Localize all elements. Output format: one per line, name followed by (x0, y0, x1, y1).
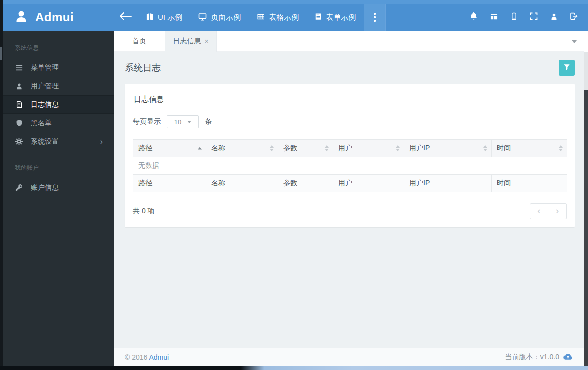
window-left-edge (0, 0, 3, 370)
window-left-scroll-thumb (0, 48, 2, 60)
column-header-name[interactable]: 名称 (206, 140, 278, 158)
form-icon (315, 13, 322, 22)
page-size-prefix: 每页显示 (133, 118, 161, 126)
nav-item-label: UI 示例 (158, 13, 182, 22)
window-right-edge (584, 31, 588, 370)
vertical-dots-icon (374, 12, 376, 23)
page-size-select[interactable]: 10 (167, 116, 199, 128)
fullscreen-button[interactable] (524, 4, 544, 31)
page-footer: © 2016 Admui 当前版本：v1.0.0 (114, 348, 584, 366)
footer-column-user: 用户 (334, 175, 404, 192)
pagination: ‹ › (530, 204, 567, 220)
funnel-icon (564, 64, 570, 72)
column-header-path[interactable]: 路径 (134, 140, 206, 158)
footer-column-time: 时间 (492, 175, 568, 192)
table-footer-row: 路径 名称 参数 用户 用户IP 时间 (134, 175, 568, 192)
sort-icon (325, 146, 329, 152)
close-icon[interactable]: × (204, 38, 208, 45)
page-header: 系统日志 (125, 52, 575, 84)
brand[interactable]: Admui (3, 4, 114, 31)
book-icon (146, 13, 154, 22)
page-size-row: 每页显示 10 条 (133, 116, 567, 128)
nav-item-table-examples[interactable]: 表格示例 (249, 4, 307, 31)
tab-home[interactable]: 首页 (114, 31, 166, 52)
sort-icon (484, 146, 488, 152)
window-bottom-edge (0, 366, 588, 370)
back-button[interactable] (114, 4, 138, 31)
version-text: 当前版本：v1.0.0 (506, 353, 560, 362)
sidebar-item-system-settings[interactable]: 系统设置 › (3, 132, 114, 151)
shield-icon (15, 120, 24, 127)
panel-title: 日志信息 (134, 95, 567, 104)
key-icon (15, 184, 24, 192)
table-bottom-bar: 共 0 项 ‹ › (133, 204, 567, 220)
column-header-user[interactable]: 用户 (334, 140, 404, 158)
sidebar-item-user-manage[interactable]: 用户管理 (3, 77, 114, 96)
sidebar-item-label: 菜单管理 (31, 64, 59, 72)
tab-label: 日志信息 (173, 37, 201, 46)
mobile-button[interactable] (504, 4, 524, 31)
sort-asc-icon (198, 148, 202, 150)
tab-log-info[interactable]: 日志信息 × (166, 31, 217, 52)
chevron-right-icon: › (100, 138, 103, 146)
main-menu: UI 示例 页面示例 表格示例 表单示例 (114, 4, 386, 31)
sort-icon (396, 146, 400, 152)
caret-down-icon (188, 121, 192, 126)
tab-label: 首页 (132, 37, 146, 46)
sidebar-item-blacklist[interactable]: 黑名单 (3, 114, 114, 132)
footer-column-name: 名称 (206, 175, 278, 192)
logout-button[interactable] (564, 4, 584, 31)
cloud-upload-icon[interactable] (564, 354, 573, 362)
sidebar-item-label: 账户信息 (31, 184, 59, 192)
chevron-right-icon: › (556, 206, 559, 216)
account-button[interactable] (544, 4, 564, 31)
sidebar-item-log-info[interactable]: 日志信息 (3, 96, 114, 114)
prev-page-button[interactable]: ‹ (530, 204, 548, 220)
version-info: 当前版本：v1.0.0 (506, 353, 573, 362)
user-icon (550, 13, 558, 22)
column-header-user-ip[interactable]: 用户IP (404, 140, 492, 158)
next-page-button[interactable]: › (548, 204, 567, 220)
footer-brand-link[interactable]: Admui (149, 354, 169, 362)
footer-column-user-ip: 用户IP (404, 175, 492, 192)
monitor-icon (198, 13, 207, 22)
layout-button[interactable] (484, 4, 504, 31)
page-title: 系统日志 (125, 62, 161, 74)
brand-name: Admui (36, 10, 74, 24)
gear-icon (15, 138, 24, 146)
column-header-params[interactable]: 参数 (278, 140, 334, 158)
app-window: Admui UI 示例 页面示例 (0, 0, 588, 370)
nav-item-page-examples[interactable]: 页面示例 (190, 4, 249, 31)
sidebar-item-menu-manage[interactable]: 菜单管理 (3, 58, 114, 77)
notifications-button[interactable] (464, 4, 484, 31)
total-count: 共 0 项 (133, 207, 155, 216)
main-area: 首页 日志信息 × 系统日志 日志信息 每页显示 (114, 31, 584, 370)
window-top-edge (3, 0, 588, 4)
empty-message: 无数据 (134, 158, 568, 175)
page-size-value: 10 (174, 118, 182, 126)
sort-icon (270, 146, 274, 152)
sidebar-item-label: 用户管理 (31, 82, 59, 91)
page-content: 系统日志 日志信息 每页显示 10 条 (114, 52, 584, 348)
nav-item-label: 表单示例 (326, 13, 356, 22)
tabs-dropdown-icon[interactable] (572, 40, 577, 46)
nav-item-label: 页面示例 (211, 13, 241, 22)
navbar-right-tools (464, 4, 588, 31)
fullscreen-icon (530, 12, 538, 22)
sidebar-item-label: 系统设置 (31, 138, 59, 146)
sidebar-section-account: 我的账户 (3, 151, 114, 178)
menu-bars-icon (15, 64, 24, 72)
nav-item-ui-examples[interactable]: UI 示例 (138, 4, 190, 31)
filter-button[interactable] (559, 60, 575, 76)
sidebar-section-system: 系统信息 (3, 31, 114, 58)
sort-icon (559, 146, 563, 152)
sidebar-item-account-info[interactable]: 账户信息 (3, 178, 114, 197)
more-menu-button[interactable] (364, 4, 386, 31)
arrow-left-icon (120, 12, 132, 22)
nav-item-form-examples[interactable]: 表单示例 (307, 4, 364, 31)
nav-item-label: 表格示例 (269, 13, 299, 22)
top-navbar: Admui UI 示例 页面示例 (3, 4, 588, 31)
copyright: © 2016 Admui (125, 354, 169, 362)
empty-row: 无数据 (134, 158, 568, 175)
column-header-time[interactable]: 时间 (492, 140, 568, 158)
